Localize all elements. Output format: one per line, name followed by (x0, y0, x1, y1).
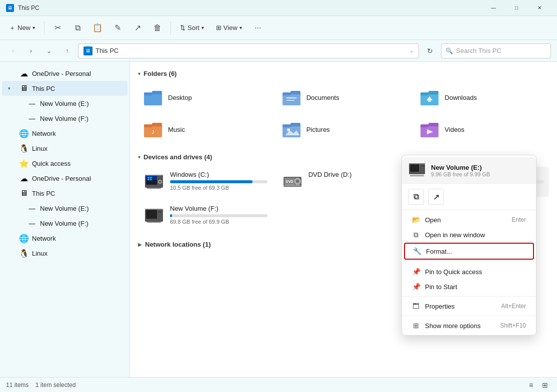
network-arrow: ▶ (138, 242, 142, 247)
drive-icon: — (27, 220, 37, 227)
ctx-separator-1 (402, 210, 536, 210)
open-new-icon: ⧉ (412, 231, 420, 239)
sidebar-item-new-volume-f[interactable]: — New Volume (F:) (2, 111, 128, 126)
sidebar-label: This PC (32, 85, 55, 92)
properties-icon: 🗔 (412, 302, 420, 310)
address-bar: ‹ › ⌄ ↑ 🖥 This PC ⌄ ↻ 🔍 Search This PC (0, 40, 557, 62)
new-button[interactable]: ＋ New ▾ (4, 20, 40, 35)
svg-rect-9 (286, 100, 294, 101)
folder-downloads[interactable]: Downloads (414, 83, 549, 111)
sort-arrow: ▾ (202, 25, 204, 30)
svg-rect-47 (284, 185, 300, 186)
ctx-item-pin-quick[interactable]: 📌 Pin to Quick access (404, 264, 534, 279)
address-dropdown-arrow[interactable]: ⌄ (410, 48, 414, 53)
sidebar-label: New Volume (F:) (40, 115, 88, 122)
sidebar-item-network2[interactable]: 🌐 Network (2, 231, 128, 246)
network-icon: 🌐 (19, 234, 29, 243)
more-button[interactable]: ··· (249, 19, 267, 37)
ctx-separator-4 (402, 316, 536, 316)
delete-button[interactable]: 🗑 (148, 19, 166, 37)
folder-music[interactable]: ♪ Music (138, 115, 272, 143)
rename-button[interactable]: ✎ (108, 19, 126, 37)
sidebar-item-onedrive2[interactable]: ☁ OneDrive - Personal (2, 171, 128, 186)
ctx-item-open-new[interactable]: ⧉ Open in new window (404, 227, 534, 243)
path-icon: 🖥 (84, 46, 92, 55)
svg-rect-57 (147, 222, 161, 223)
onedrive-icon: ☁ (19, 174, 29, 183)
svg-point-37 (159, 181, 161, 183)
search-box[interactable]: 🔍 Search This PC (441, 43, 551, 58)
view-button[interactable]: ⊞ View ▾ (211, 21, 247, 34)
refresh-button[interactable]: ↻ (423, 44, 437, 58)
sort-icon: ⇅ (180, 24, 186, 31)
svg-rect-39 (148, 177, 150, 178)
paste-button[interactable]: 📋 (88, 19, 106, 37)
ctx-pin-start-label: Pin to Start (425, 283, 457, 291)
ctx-share-icon[interactable]: ↗ (428, 189, 444, 205)
svg-rect-40 (150, 177, 152, 178)
view-label: View (224, 24, 238, 31)
dropdown-button[interactable]: ⌄ (42, 44, 56, 58)
copy-button[interactable]: ⧉ (68, 19, 86, 37)
sort-button[interactable]: ⇅ Sort ▾ (175, 21, 209, 34)
ctx-item-more-options[interactable]: ⊞ Show more options Shift+F10 (404, 318, 534, 333)
drive-windows-c[interactable]: Windows (C:) 10.5 GB free of 69.3 GB (138, 167, 272, 197)
drive-f-fill (170, 214, 172, 217)
up-button[interactable]: ↑ (60, 44, 74, 58)
tiles-view-button[interactable]: ⊞ (539, 379, 551, 391)
maximize-button[interactable]: □ (505, 0, 528, 16)
drive-new-volume-f-space: 69.8 GB free of 69.9 GB (170, 219, 268, 225)
drive-new-volume-f[interactable]: New Volume (F:) 69.8 GB free of 69.9 GB (138, 201, 272, 231)
sidebar-item-onedrive[interactable]: ☁ OneDrive - Personal (2, 66, 128, 81)
star-icon: ⭐ (19, 159, 29, 168)
share-button[interactable]: ↗ (128, 19, 146, 37)
sidebar-item-linux[interactable]: 🐧 Linux (2, 141, 128, 156)
title-bar: 🖥 This PC — □ ✕ (0, 0, 557, 16)
sidebar-item-new-volume-f2[interactable]: — New Volume (F:) (2, 216, 128, 231)
folder-documents[interactable]: Documents (276, 83, 411, 111)
ctx-item-format[interactable]: 🔧 Format... (404, 243, 534, 260)
details-view-button[interactable]: ≡ (525, 379, 537, 391)
folder-videos-name: Videos (444, 126, 464, 133)
sidebar-item-new-volume-e[interactable]: — New Volume (E:) (2, 96, 128, 111)
sidebar-item-this-pc2[interactable]: 🖥 This PC (2, 186, 128, 201)
sidebar-label: New Volume (F:) (40, 220, 88, 227)
svg-rect-12 (420, 92, 428, 95)
ctx-item-open[interactable]: 📂 Open Enter (404, 212, 534, 227)
sidebar-label: Network (32, 235, 56, 242)
ctx-drive-space: 9.96 GB free of 9.99 GB (431, 171, 490, 177)
folder-pictures[interactable]: Pictures (276, 115, 411, 143)
minimize-button[interactable]: — (482, 0, 505, 16)
ctx-copy-icon[interactable]: ⧉ (408, 189, 424, 205)
drive-icon: — (27, 100, 37, 107)
sidebar: ☁ OneDrive - Personal ▾ 🖥 This PC — New … (0, 62, 130, 377)
close-button[interactable]: ✕ (528, 0, 551, 16)
svg-text:DVD: DVD (286, 180, 293, 183)
ctx-item-properties[interactable]: 🗔 Properties Alt+Enter (404, 299, 534, 314)
drive-icon: — (27, 115, 37, 122)
sidebar-item-linux2[interactable]: 🐧 Linux (2, 246, 128, 261)
folder-videos[interactable]: Videos (414, 115, 549, 143)
address-input[interactable]: 🖥 This PC ⌄ (78, 43, 419, 58)
drive-dvd-d[interactable]: DVD DVD Drive (D:) (276, 167, 411, 197)
folders-arrow: ▾ (138, 71, 140, 76)
sidebar-item-quick-access[interactable]: ⭐ Quick access (2, 156, 128, 171)
sidebar-label: Quick access (32, 160, 70, 167)
folder-desktop[interactable]: Desktop (138, 83, 272, 111)
status-info: 11 items 1 item selected (6, 382, 76, 389)
sidebar-item-this-pc[interactable]: ▾ 🖥 This PC (2, 81, 128, 96)
ctx-separator-3 (402, 296, 536, 297)
drives-title: Devices and drives (4) (144, 153, 212, 161)
svg-text:♪: ♪ (152, 127, 155, 135)
sidebar-item-new-volume-e2[interactable]: — New Volume (E:) (2, 201, 128, 216)
search-icon: 🔍 (446, 47, 453, 54)
folder-desktop-name: Desktop (168, 94, 192, 101)
ctx-item-pin-start[interactable]: 📌 Pin to Start (404, 279, 534, 294)
folder-documents-name: Documents (306, 94, 340, 101)
back-button[interactable]: ‹ (6, 44, 20, 58)
cut-button[interactable]: ✂ (48, 19, 66, 37)
folders-section-header[interactable]: ▾ Folders (6) (138, 70, 549, 77)
sidebar-label: Linux (32, 145, 48, 152)
sidebar-item-network[interactable]: 🌐 Network (2, 126, 128, 141)
forward-button[interactable]: › (24, 44, 38, 58)
